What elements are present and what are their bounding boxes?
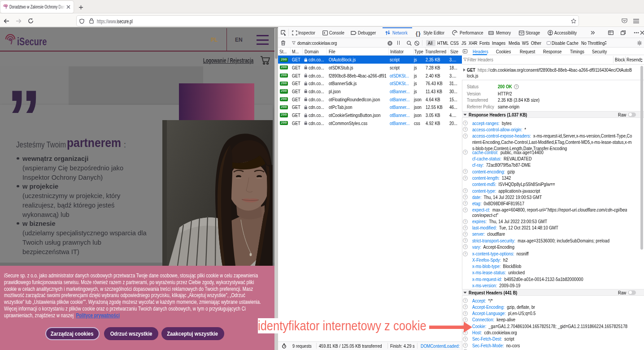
svg-text:?: ? [464, 298, 466, 302]
svg-text:?: ? [464, 127, 466, 131]
svg-text:?: ? [464, 201, 466, 205]
svg-text:?: ? [464, 220, 466, 224]
svg-text:?: ? [464, 232, 466, 236]
svg-text:?: ? [464, 252, 466, 256]
svg-text:?: ? [464, 151, 466, 155]
svg-text:?: ? [464, 208, 466, 212]
svg-text:?: ? [464, 245, 466, 249]
svg-text:?: ? [464, 121, 466, 125]
svg-text:?: ? [464, 343, 466, 347]
svg-text:?: ? [464, 305, 466, 309]
svg-text:?: ? [464, 134, 466, 138]
svg-text:?: ? [464, 238, 466, 242]
svg-text:?: ? [515, 85, 517, 89]
svg-text:?: ? [464, 189, 466, 193]
svg-text:?: ? [464, 195, 466, 199]
svg-text:?: ? [464, 226, 466, 230]
svg-text:?: ? [464, 311, 466, 315]
svg-text:?: ? [464, 176, 466, 180]
svg-text:?: ? [464, 170, 466, 174]
svg-text:?: ? [464, 337, 466, 341]
